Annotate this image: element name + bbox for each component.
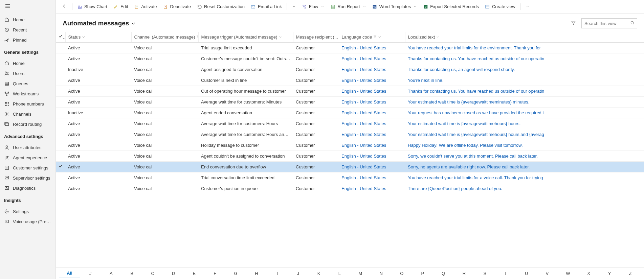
view-title-dropdown[interactable]: Automated messages — [63, 20, 136, 27]
cell-localized-text[interactable]: There are {QueuePosition} people ahead o… — [405, 183, 644, 194]
cell-localized-text[interactable]: Your estimated wait time is {averagewait… — [405, 118, 644, 129]
sidebar-item-user-attributes[interactable]: User attributes — [0, 142, 55, 153]
col-localized[interactable]: Localized text — [405, 32, 644, 43]
alpha-filter-c[interactable]: C — [142, 269, 163, 278]
cell-language[interactable]: English - United States — [339, 108, 405, 118]
cell-localized-text[interactable]: Thanks for contacting us, an agent will … — [405, 64, 644, 75]
sidebar-item-agent-experience[interactable]: Agent experience — [0, 153, 55, 163]
table-row[interactable]: ActiveVoice callCustomer's message could… — [56, 53, 644, 64]
email-link-button[interactable]: Email a Link — [248, 3, 285, 10]
sidebar-item-customer-settings[interactable]: Customer settings — [0, 163, 55, 173]
cell-language[interactable]: English - United States — [339, 53, 405, 64]
cell-localized-text[interactable]: You have reached your trial limits for a… — [405, 172, 644, 183]
sidebar-item-settings[interactable]: Settings — [0, 206, 55, 216]
filter-button[interactable] — [569, 18, 578, 28]
cell-localized-text[interactable]: Your estimated wait time is {averagewait… — [405, 97, 644, 108]
row-checkbox[interactable] — [56, 97, 65, 108]
col-recipient[interactable]: Message recipient (... — [293, 32, 339, 43]
cell-language[interactable]: English - United States — [339, 86, 405, 97]
activate-button[interactable]: Activate — [131, 3, 159, 10]
sidebar-item-diagnostics[interactable]: Diagnostics — [0, 183, 55, 193]
cell-language[interactable]: English - United States — [339, 75, 405, 86]
alpha-filter-q[interactable]: Q — [433, 269, 453, 278]
row-checkbox[interactable] — [56, 183, 65, 194]
cell-localized-text[interactable]: Happy Holiday! We are offline today. Ple… — [405, 140, 644, 151]
alpha-filter-u[interactable]: U — [516, 269, 537, 278]
cell-language[interactable]: English - United States — [339, 151, 405, 162]
alpha-filter-l[interactable]: L — [329, 269, 350, 278]
alpha-filter-y[interactable]: Y — [599, 269, 620, 278]
cell-language[interactable]: English - United States — [339, 43, 405, 53]
cell-localized-text[interactable]: Your request has now been closed as we h… — [405, 108, 644, 118]
sidebar-item-record-routing[interactable]: Record routing — [0, 119, 55, 129]
sidebar-item-home[interactable]: Home — [0, 15, 55, 25]
cell-localized-text[interactable]: Sorry, no agents are available right now… — [405, 162, 644, 172]
alpha-filter-z[interactable]: Z — [620, 269, 641, 278]
cell-localized-text[interactable]: Sorry, we couldn't serve you at this mom… — [405, 151, 644, 162]
cell-language[interactable]: English - United States — [339, 172, 405, 183]
sidebar-item-supervisor-settings[interactable]: Supervisor settings — [0, 173, 55, 183]
alpha-filter-r[interactable]: R — [454, 269, 474, 278]
table-row[interactable]: ActiveVoice callTrial conversation time … — [56, 172, 644, 183]
cell-language[interactable]: English - United States — [339, 97, 405, 108]
alpha-filter-n[interactable]: N — [371, 269, 391, 278]
sidebar-item-channels[interactable]: Channels — [0, 109, 55, 119]
row-checkbox[interactable] — [56, 162, 65, 172]
sidebar-item-recent[interactable]: Recent — [0, 25, 55, 35]
alpha-filter-e[interactable]: E — [184, 269, 204, 278]
cell-language[interactable]: English - United States — [339, 118, 405, 129]
flow-button[interactable]: Flow — [299, 3, 327, 10]
create-view-split[interactable] — [523, 3, 532, 10]
show-chart-button[interactable]: Show Chart — [74, 3, 110, 10]
alpha-filter-#[interactable]: # — [80, 269, 101, 278]
alpha-filter-o[interactable]: O — [392, 269, 412, 278]
row-checkbox[interactable] — [56, 53, 65, 64]
alpha-filter-g[interactable]: G — [225, 269, 246, 278]
cell-language[interactable]: English - United States — [339, 129, 405, 140]
row-checkbox[interactable] — [56, 172, 65, 183]
reset-customization-button[interactable]: Reset Customization — [194, 3, 247, 10]
row-checkbox[interactable] — [56, 140, 65, 151]
alpha-filter-x[interactable]: X — [578, 269, 599, 278]
table-row[interactable]: ActiveVoice callTrial usage limit exceed… — [56, 43, 644, 53]
sidebar-item-phone-numbers[interactable]: Phone numbers — [0, 99, 55, 109]
create-view-button[interactable]: Create view — [482, 3, 518, 10]
alpha-filter-m[interactable]: M — [350, 269, 371, 278]
cell-localized-text[interactable]: You have reached your trial limits for t… — [405, 43, 644, 53]
table-row[interactable]: InactiveVoice callAgent assigned to conv… — [56, 64, 644, 75]
search-box[interactable] — [581, 18, 637, 28]
alpha-filter-h[interactable]: H — [246, 269, 267, 278]
table-row[interactable]: ActiveVoice callCustomer's position in q… — [56, 183, 644, 194]
col-trigger[interactable]: Message trigger (Automated message) — [198, 32, 293, 43]
table-row[interactable]: InactiveVoice callAgent ended conversati… — [56, 108, 644, 118]
table-row[interactable]: ActiveVoice callAgent couldn't be assign… — [56, 151, 644, 162]
hamburger-button[interactable] — [0, 0, 55, 13]
alpha-filter-w[interactable]: W — [558, 269, 578, 278]
alpha-filter-s[interactable]: S — [474, 269, 495, 278]
table-row[interactable]: ActiveVoice callCustomer is next in line… — [56, 75, 644, 86]
select-all-header[interactable] — [56, 32, 65, 43]
row-checkbox[interactable] — [56, 86, 65, 97]
table-row[interactable]: ActiveVoice callOut of operating hour me… — [56, 86, 644, 97]
col-channel[interactable]: Channel (Automated message) — [131, 32, 198, 43]
row-checkbox[interactable] — [56, 108, 65, 118]
alpha-filter-j[interactable]: J — [288, 269, 308, 278]
row-checkbox[interactable] — [56, 118, 65, 129]
cell-localized-text[interactable]: You're next in line. — [405, 75, 644, 86]
table-row[interactable]: ActiveVoice callAverage wait time for cu… — [56, 118, 644, 129]
alpha-filter-d[interactable]: D — [163, 269, 184, 278]
alpha-filter-v[interactable]: V — [537, 269, 557, 278]
table-row[interactable]: ActiveVoice callHoliday message to custo… — [56, 140, 644, 151]
table-row[interactable]: ActiveVoice callAverage wait time for cu… — [56, 129, 644, 140]
alpha-filter-i[interactable]: I — [267, 269, 288, 278]
alpha-filter-f[interactable]: F — [205, 269, 225, 278]
alpha-filter-all[interactable]: All — [59, 269, 80, 278]
email-link-split[interactable] — [289, 3, 298, 10]
cell-language[interactable]: English - United States — [339, 183, 405, 194]
table-row[interactable]: ActiveVoice callAverage wait time for cu… — [56, 97, 644, 108]
cell-language[interactable]: English - United States — [339, 162, 405, 172]
sidebar-item-workstreams[interactable]: Workstreams — [0, 89, 55, 99]
alpha-filter-a[interactable]: A — [101, 269, 121, 278]
edit-button[interactable]: Edit — [111, 3, 131, 10]
alpha-filter-t[interactable]: T — [495, 269, 516, 278]
